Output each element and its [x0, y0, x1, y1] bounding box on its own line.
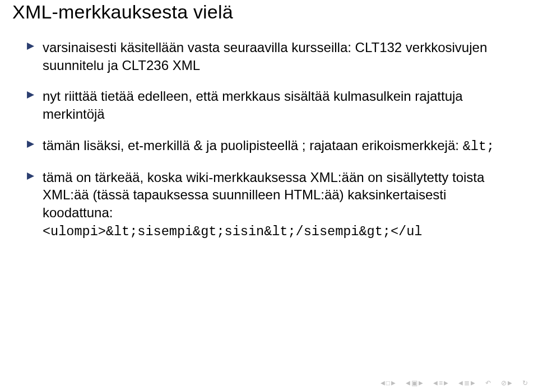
nav-group-search: ⊘ ▶: [501, 380, 512, 386]
nav-group-refresh: ↻: [522, 380, 528, 386]
slide-title: XML-merkkauksesta vielä: [0, 0, 538, 39]
slide: XML-merkkauksesta vielä varsinaisesti kä…: [0, 0, 538, 392]
nav-group-slide: ◀ □ ▶: [381, 380, 396, 386]
bullet-item: tämän lisäksi, et-merkillä & ja puolipis…: [27, 137, 507, 155]
bullet-text: varsinaisesti käsitellään vasta seuraavi…: [43, 40, 487, 73]
nav-group-back: ↶: [485, 380, 491, 386]
search-icon[interactable]: ⊘: [501, 380, 507, 386]
nav-group-section: ◀ ≡ ▶: [433, 380, 448, 386]
prev-slide-icon[interactable]: ◀: [381, 380, 385, 386]
nav-group-frame: ◀ ▣ ▶: [406, 380, 423, 386]
slide-box-icon[interactable]: □: [386, 380, 390, 386]
next-frame-icon[interactable]: ▶: [419, 380, 423, 386]
bullet-code: &lt;: [463, 139, 494, 154]
bullet-code: <ulompi>&lt;sisempi&gt;sisin&lt;/sisempi…: [43, 224, 422, 239]
bullet-text: tämän lisäksi, et-merkillä & ja puolipis…: [43, 138, 463, 153]
bullet-text: nyt riittää tietää edelleen, että merkka…: [43, 88, 463, 122]
frame-box-icon[interactable]: ▣: [411, 380, 418, 386]
bullet-item: nyt riittää tietää edelleen, että merkka…: [27, 87, 507, 123]
prev-section-icon[interactable]: ◀: [433, 380, 438, 386]
next-sub-icon[interactable]: ▶: [471, 380, 475, 386]
bullet-list: varsinaisesti käsitellään vasta seuraavi…: [27, 39, 507, 240]
slide-body: varsinaisesti käsitellään vasta seuraavi…: [0, 39, 538, 240]
bullet-text: tämä on tärkeää, koska wiki-merkkauksess…: [43, 170, 484, 220]
nav-group-subsection: ◀ ≣ ▶: [458, 380, 475, 386]
section-bars-icon[interactable]: ≡: [439, 380, 443, 386]
sub-bars-icon[interactable]: ≣: [464, 380, 470, 386]
next-section-icon[interactable]: ▶: [444, 380, 448, 386]
next-slide-icon[interactable]: ▶: [391, 380, 396, 386]
refresh-icon[interactable]: ↻: [522, 380, 528, 386]
bullet-item: varsinaisesti käsitellään vasta seuraavi…: [27, 39, 507, 74]
nav-controls: ◀ □ ▶ ◀ ▣ ▶ ◀ ≡ ▶ ◀ ≣ ▶ ↶ ⊘ ▶ ↻: [381, 380, 528, 386]
bullet-item: tämä on tärkeää, koska wiki-merkkauksess…: [27, 169, 507, 240]
prev-sub-icon[interactable]: ◀: [458, 380, 463, 386]
prev-frame-icon[interactable]: ◀: [406, 380, 410, 386]
back-icon[interactable]: ↶: [485, 380, 491, 386]
search-next-icon[interactable]: ▶: [508, 380, 512, 386]
